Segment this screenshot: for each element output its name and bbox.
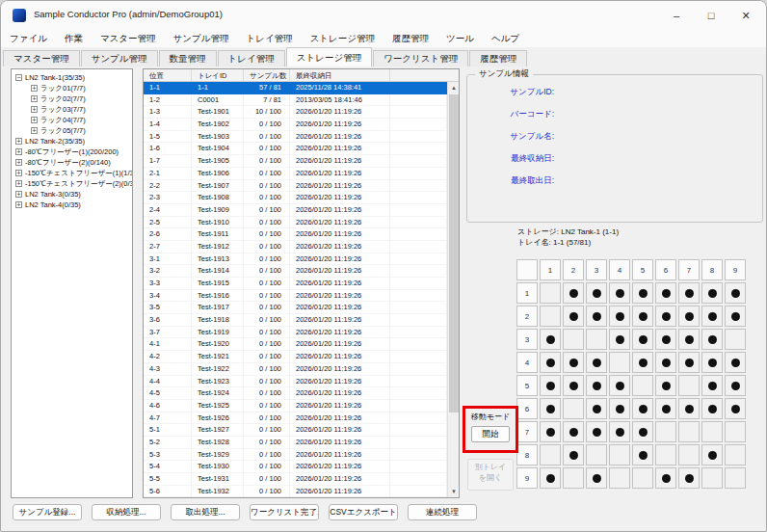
grid-cell[interactable]: [725, 352, 746, 373]
table-row[interactable]: 3-6Test-19180 / 1002026/01/20 11:19:26: [144, 314, 447, 327]
action-button[interactable]: 取出処理...: [171, 504, 240, 520]
action-button[interactable]: CSVエクスポート: [329, 504, 398, 520]
action-button[interactable]: 連続処理: [408, 504, 477, 520]
grid-cell[interactable]: [609, 352, 630, 373]
grid-cell[interactable]: [540, 329, 561, 350]
scroll-up-icon[interactable]: ▲: [448, 82, 460, 93]
grid-cell[interactable]: [632, 421, 653, 442]
tab-item[interactable]: ワークリスト管理: [373, 50, 468, 66]
scroll-down-icon[interactable]: ▼: [448, 486, 460, 497]
grid-cell[interactable]: [725, 329, 746, 350]
grid-cell[interactable]: [678, 329, 700, 350]
grid-cell[interactable]: [725, 375, 746, 396]
table-row[interactable]: 5-3Test-19290 / 1002026/01/20 11:19:26: [144, 449, 447, 462]
table-row[interactable]: 3-2Test-19140 / 1002026/01/20 11:19:26: [144, 265, 447, 278]
expand-icon[interactable]: +: [15, 191, 22, 198]
expand-icon[interactable]: +: [31, 85, 38, 92]
tree-item[interactable]: +-80℃フリーザー(1)(200/200): [12, 146, 132, 157]
table-row[interactable]: 5-2Test-19280 / 1002026/01/20 11:19:26: [144, 437, 447, 449]
table-row[interactable]: 4-2Test-19210 / 1002026/01/20 11:19:26: [144, 351, 447, 363]
start-button[interactable]: 開始: [471, 426, 510, 442]
grid-cell[interactable]: [632, 329, 653, 350]
menu-item[interactable]: 作業: [56, 30, 92, 47]
grid-cell[interactable]: [678, 282, 700, 304]
menu-item[interactable]: ファイル: [1, 30, 56, 47]
table-row[interactable]: 2-7Test-19120 / 1002026/01/20 11:19:26: [144, 241, 447, 253]
table-row[interactable]: 1-6Test-19040 / 1002026/01/20 11:19:26: [144, 143, 447, 155]
table-row[interactable]: 4-4Test-19230 / 1002026/01/20 11:19:26: [144, 376, 447, 388]
table-row[interactable]: 3-3Test-19150 / 1002026/01/20 11:19:26: [144, 278, 447, 290]
table-row[interactable]: 5-4Test-19300 / 1002026/01/20 11:19:26: [144, 461, 447, 473]
grid-cell[interactable]: [563, 421, 584, 442]
storage-tree[interactable]: −LN2 Tank-1(35/35)+ラック01(7/7)+ラック02(7/7)…: [11, 68, 133, 498]
grid-cell[interactable]: [655, 444, 676, 466]
tree-item[interactable]: +-150℃チェストフリーザー(1)(1/35): [12, 168, 132, 178]
table-row[interactable]: 2-3Test-19080 / 1002026/01/20 11:19:26: [144, 192, 447, 204]
grid-cell[interactable]: [725, 421, 746, 442]
grid-cell[interactable]: [586, 306, 607, 327]
grid-cell[interactable]: [701, 444, 723, 466]
expand-icon[interactable]: +: [31, 106, 38, 113]
tree-item[interactable]: +LN2 Tank-3(0/35): [12, 189, 132, 200]
grid-cell[interactable]: [725, 282, 746, 304]
grid-cell[interactable]: [609, 375, 630, 396]
grid-cell[interactable]: [678, 352, 700, 373]
grid-cell[interactable]: [632, 375, 653, 396]
menu-item[interactable]: ヘルプ: [483, 30, 528, 47]
table-row[interactable]: 3-5Test-19170 / 1002026/01/20 11:19:26: [144, 302, 447, 314]
grid-cell[interactable]: [540, 375, 561, 396]
grid-cell[interactable]: [563, 352, 584, 373]
table-row[interactable]: 2-5Test-19100 / 1002026/01/20 11:19:26: [144, 217, 447, 229]
grid-cell[interactable]: [586, 375, 607, 396]
grid-cell[interactable]: [540, 444, 561, 466]
grid-cell[interactable]: [563, 329, 584, 350]
grid-cell[interactable]: [655, 375, 676, 396]
menu-item[interactable]: トレイ管理: [237, 30, 301, 47]
grid-cell[interactable]: [540, 467, 561, 489]
expand-icon[interactable]: +: [15, 170, 22, 176]
grid-cell[interactable]: [609, 306, 630, 327]
table-row[interactable]: 5-1Test-19270 / 1002026/01/20 11:19:26: [144, 424, 447, 437]
grid-cell[interactable]: [563, 444, 584, 466]
tab-item[interactable]: トレイ管理: [218, 50, 285, 66]
tree-item[interactable]: +LN2 Tank-4(0/35): [12, 200, 132, 210]
table-row[interactable]: 3-4Test-19160 / 1002026/01/20 11:19:26: [144, 290, 447, 303]
grid-cell[interactable]: [632, 467, 653, 489]
table-row[interactable]: 3-7Test-19190 / 1002026/01/20 11:19:26: [144, 327, 447, 339]
grid-cell[interactable]: [586, 467, 607, 489]
grid-cell[interactable]: [632, 282, 653, 304]
tray-grid[interactable]: 123456789123456789: [516, 259, 746, 489]
tree-item[interactable]: +ラック05(7/7): [12, 125, 132, 136]
table-row[interactable]: 1-5Test-19030 / 1002026/01/20 11:19:26: [144, 131, 447, 144]
table-row[interactable]: 2-1Test-19060 / 1002026/01/20 11:19:26: [144, 168, 447, 180]
grid-cell[interactable]: [655, 467, 676, 489]
grid-cell[interactable]: [609, 421, 630, 442]
expand-icon[interactable]: +: [15, 201, 22, 208]
grid-cell[interactable]: [563, 306, 584, 327]
grid-cell[interactable]: [678, 444, 700, 466]
table-row[interactable]: 5-5Test-19310 / 1002026/01/20 11:19:26: [144, 473, 447, 486]
table-row[interactable]: 1-4Test-19020 / 1002026/01/20 11:19:26: [144, 119, 447, 131]
grid-cell[interactable]: [563, 282, 584, 304]
expand-icon[interactable]: +: [31, 95, 38, 102]
grid-cell[interactable]: [655, 352, 676, 373]
grid-cell[interactable]: [609, 329, 630, 350]
grid-cell[interactable]: [655, 282, 676, 304]
grid-cell[interactable]: [563, 467, 584, 489]
expand-icon[interactable]: +: [15, 148, 22, 155]
tree-item[interactable]: +ラック02(7/7): [12, 93, 132, 104]
grid-cell[interactable]: [655, 398, 676, 419]
menu-item[interactable]: 履歴管理: [384, 30, 437, 47]
grid-cell[interactable]: [609, 444, 630, 466]
column-header[interactable]: 位置: [144, 69, 192, 81]
column-header[interactable]: 最終収納日: [290, 69, 390, 81]
grid-cell[interactable]: [540, 282, 561, 304]
grid-cell[interactable]: [655, 306, 676, 327]
grid-cell[interactable]: [701, 421, 723, 442]
grid-cell[interactable]: [701, 352, 723, 373]
grid-cell[interactable]: [678, 375, 700, 396]
grid-cell[interactable]: [678, 398, 700, 419]
column-header[interactable]: トレイID: [192, 69, 244, 81]
expand-icon[interactable]: +: [15, 159, 22, 166]
grid-cell[interactable]: [701, 375, 723, 396]
